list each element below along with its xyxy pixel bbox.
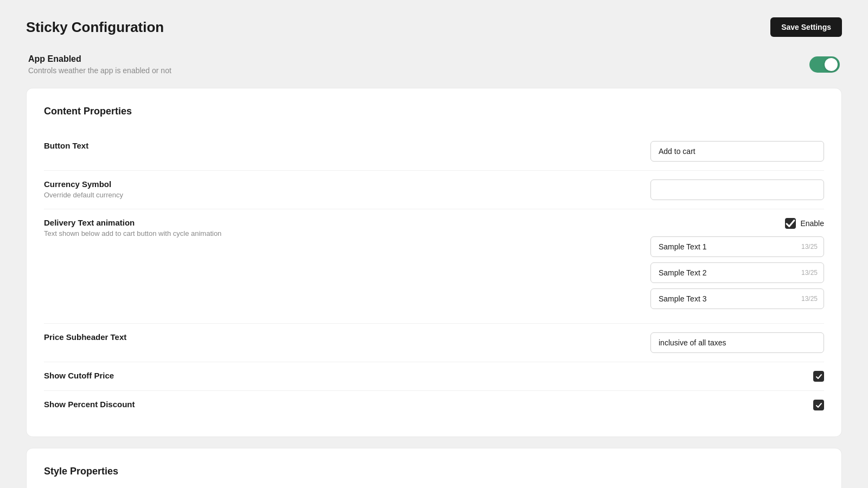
button-text-label: Button Text — [44, 141, 629, 150]
price-subheader-input[interactable] — [650, 332, 824, 353]
price-subheader-row: Price Subheader Text — [44, 324, 824, 362]
currency-symbol-row: Currency Symbol Override default currenc… — [44, 171, 824, 209]
price-subheader-control — [650, 332, 824, 353]
app-enabled-toggle[interactable] — [809, 56, 840, 73]
app-enabled-section: App Enabled Controls weather the app is … — [26, 54, 842, 75]
delivery-text-animation-row: Delivery Text animation Text shown below… — [44, 209, 824, 324]
page-title: Sticky Configuration — [26, 19, 164, 36]
show-cutoff-price-control — [650, 371, 824, 382]
button-text-input[interactable] — [650, 141, 824, 162]
currency-symbol-control — [650, 179, 824, 200]
button-text-row: Button Text — [44, 132, 824, 171]
show-percent-discount-row: Show Percent Discount — [44, 391, 824, 419]
checkmark-icon — [815, 373, 822, 380]
delivery-text-2-count: 13/25 — [801, 269, 818, 277]
checkmark-icon — [815, 402, 822, 409]
delivery-text-2-wrapper: 13/25 — [650, 262, 824, 283]
delivery-text-1-count: 13/25 — [801, 243, 818, 251]
toggle-slider — [809, 56, 840, 73]
content-properties-title: Content Properties — [44, 106, 824, 117]
show-percent-discount-label: Show Percent Discount — [44, 400, 629, 409]
checkmark-icon — [785, 218, 796, 229]
delivery-text-label: Delivery Text animation — [44, 218, 629, 227]
currency-symbol-label-group: Currency Symbol Override default currenc… — [44, 179, 650, 199]
delivery-enable-label: Enable — [800, 219, 824, 228]
page-header: Sticky Configuration Save Settings — [26, 17, 842, 37]
currency-symbol-input[interactable] — [650, 179, 824, 200]
style-properties-title: Style Properties — [44, 466, 824, 477]
delivery-text-3-input[interactable] — [650, 288, 824, 309]
delivery-text-1-wrapper: 13/25 — [650, 236, 824, 257]
delivery-text-1-input[interactable] — [650, 236, 824, 257]
style-properties-card: Style Properties Button border radius — [26, 448, 842, 488]
show-cutoff-price-label: Show Cutoff Price — [44, 371, 629, 380]
delivery-text-controls: Enable 13/25 13/25 13/25 — [650, 218, 824, 314]
button-text-label-group: Button Text — [44, 141, 650, 150]
show-percent-discount-checkbox[interactable] — [813, 400, 824, 410]
button-text-control — [650, 141, 824, 162]
currency-symbol-description: Override default currency — [44, 191, 629, 199]
app-enabled-description: Controls weather the app is enabled or n… — [28, 66, 171, 75]
delivery-enable-checkbox[interactable] — [785, 218, 796, 229]
price-subheader-label: Price Subheader Text — [44, 332, 629, 342]
delivery-text-3-wrapper: 13/25 — [650, 288, 824, 309]
delivery-text-description: Text shown below add to cart button with… — [44, 229, 629, 237]
app-enabled-left: App Enabled Controls weather the app is … — [28, 54, 171, 75]
price-subheader-label-group: Price Subheader Text — [44, 332, 650, 342]
save-settings-button[interactable]: Save Settings — [770, 17, 842, 37]
delivery-text-2-input[interactable] — [650, 262, 824, 283]
show-cutoff-price-label-group: Show Cutoff Price — [44, 371, 650, 380]
show-percent-discount-control — [650, 400, 824, 410]
content-properties-card: Content Properties Button Text Currency … — [26, 88, 842, 437]
currency-symbol-label: Currency Symbol — [44, 179, 629, 189]
show-cutoff-price-row: Show Cutoff Price — [44, 362, 824, 391]
app-enabled-label: App Enabled — [28, 54, 171, 64]
delivery-text-label-group: Delivery Text animation Text shown below… — [44, 218, 650, 237]
delivery-enable-row: Enable — [785, 218, 824, 229]
show-cutoff-price-checkbox[interactable] — [813, 371, 824, 382]
delivery-text-3-count: 13/25 — [801, 295, 818, 303]
show-percent-discount-label-group: Show Percent Discount — [44, 400, 650, 409]
